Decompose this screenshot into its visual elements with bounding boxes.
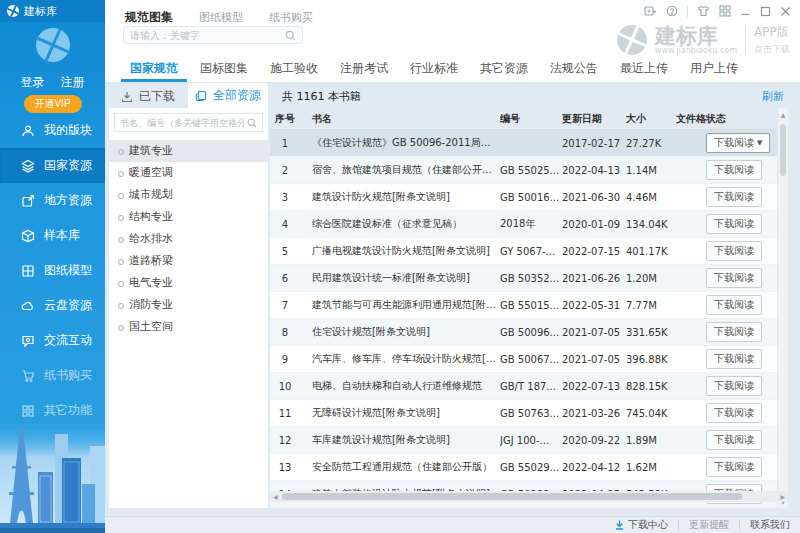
external-icon [21,194,35,208]
search-icon [285,30,296,41]
app-title: 建标库 [24,4,57,19]
update-reminder-link[interactable]: 更新提醒 [678,520,739,531]
download-read-button[interactable]: 下载阅读 [706,403,762,423]
tab-construction-acceptance[interactable]: 施工验收 [261,57,327,82]
contact-us-link[interactable]: 联系我们 [739,520,800,531]
cart-icon [21,369,35,383]
download-read-button[interactable]: 下载阅读▼ [706,133,770,153]
keyword-search-input[interactable] [130,30,281,41]
download-read-button[interactable]: 下载阅读 [706,457,762,477]
download-read-button[interactable]: 下载阅读 [706,430,762,450]
download-read-button[interactable]: 下载阅读 [706,349,762,369]
brand-watermark-logo-icon [617,25,647,55]
table-row[interactable]: 5广播电视建筑设计防火规范[附条文说明]GY 5067-...2022-07-1… [270,238,788,265]
tab-user-uploads[interactable]: 用户上传 [681,57,747,82]
category-roads-bridges[interactable]: 道路桥梁 [109,250,268,272]
tab-recent-uploads[interactable]: 最近上传 [611,57,677,82]
table-row[interactable]: 13安全防范工程通用规范（住建部公开版）GB 55029...2022-04-1… [270,454,788,481]
close-icon[interactable] [780,6,791,17]
sidebar-item-label: 样本库 [44,227,80,244]
table-row[interactable]: 8住宅设计规范[附条文说明]GB 50096...2021-07-05331.6… [270,319,788,346]
download-read-button[interactable]: 下载阅读 [706,160,762,180]
category-fire-protection[interactable]: 消防专业 [109,294,268,316]
status-bar: 下载中心 更新提醒 联系我们 [105,516,800,533]
keyword-search-box[interactable] [123,26,303,44]
horizontal-scroll-thumb[interactable] [282,493,742,500]
tab-regulations[interactable]: 法规公告 [541,57,607,82]
sidebar-item-paper-books[interactable]: 纸书购买 [0,358,105,393]
tab-drawing-models[interactable]: 图纸模型 [199,10,243,25]
table-row[interactable]: 2宿舍、旅馆建筑项目规范（住建部公开版）GB 55025...2022-04-1… [270,157,788,184]
category-search-box[interactable] [114,113,263,132]
download-tray-icon [121,91,133,103]
tab-registration-exam[interactable]: 注册考试 [331,57,397,82]
category-hvac[interactable]: 暖通空调 [109,162,268,184]
category-urban-planning[interactable]: 城市规划 [109,184,268,206]
download-read-button[interactable]: 下载阅读 [706,187,762,207]
download-read-button[interactable]: 下载阅读 [706,214,762,234]
sidebar-item-national-resources[interactable]: 国家资源 [0,148,105,183]
tab-spec-atlas[interactable]: 规范图集 [125,9,173,26]
sidebar-item-communication[interactable]: 交流互动 [0,323,105,358]
sidebar-item-sample-library[interactable]: 样本库 [0,218,105,253]
scroll-up-icon[interactable]: ▲ [778,111,788,118]
category-land-space[interactable]: 国土空间 [109,316,268,338]
table-row[interactable]: 11无障碍设计规范[附条文说明]GB 50763...2021-03-26745… [270,400,788,427]
app-download-link[interactable]: 点击下载 [754,43,790,56]
table-row[interactable]: 12车库建筑设计规范[附条文说明]JGJ 100-...2020-09-221.… [270,427,788,454]
all-resources-tab[interactable]: 全部资源 [188,83,268,108]
table-row[interactable]: 10电梯、自动扶梯和自动人行道维修规范GB/T 187...2022-07-13… [270,373,788,400]
category-electrical[interactable]: 电气专业 [109,272,268,294]
refresh-link[interactable]: 刷新 [762,89,784,104]
sidebar-item-cloud-resources[interactable]: 云盘资源 [0,288,105,323]
category-structure[interactable]: 结构专业 [109,206,268,228]
table-row[interactable]: 6民用建筑设计统一标准[附条文说明]GB 50352...2021-06-261… [270,265,788,292]
minimize-icon[interactable] [740,6,751,17]
tab-other-resources[interactable]: 其它资源 [471,57,537,82]
table-row[interactable]: 1《住宅设计规范》GB 50096-2011局部修订条文及说...2017-02… [270,130,788,157]
maximize-icon[interactable] [760,6,771,17]
skin-icon[interactable] [697,5,710,17]
sidebar-menu: 我的版块 国家资源 地方资源 样本库 图纸模型 云盘资源 交流互动 纸书购买 [0,113,105,428]
apps-grid-icon[interactable] [719,5,731,17]
horizontal-scrollbar[interactable]: ◀ ▶ [270,491,788,502]
register-link[interactable]: 注册 [61,74,85,91]
download-read-button[interactable]: 下载阅读 [706,295,762,315]
user-icon [21,124,35,138]
main-header: 规范图集 图纸模型 纸书购买 建标库 www.jianbiaoku.com AP… [105,0,800,83]
scroll-right-icon[interactable]: ▶ [780,493,785,500]
vertical-scroll-thumb[interactable] [780,124,786,176]
sidebar-item-local-resources[interactable]: 地方资源 [0,183,105,218]
category-search-input[interactable] [120,118,244,128]
vertical-scrollbar[interactable]: ▲ ▼ [777,108,788,508]
download-read-button[interactable]: 下载阅读 [706,322,762,342]
sidebar-item-other-functions[interactable]: 其它功能 [0,393,105,428]
tab-paper-books[interactable]: 纸书购买 [269,10,313,25]
help-icon[interactable] [666,5,678,17]
category-water-supply[interactable]: 给水排水 [109,228,268,250]
download-center-link[interactable]: 下载中心 [605,520,678,531]
scroll-left-icon[interactable]: ◀ [273,493,278,500]
download-read-button[interactable]: 下载阅读 [706,241,762,261]
download-read-button[interactable]: 下载阅读 [706,376,762,396]
col-no: 序号 [270,112,300,126]
book-count: 共 1161 本书籍 [282,89,361,104]
tab-industry-standards[interactable]: 行业标准 [401,57,467,82]
open-vip-button[interactable]: 开通VIP [23,95,81,113]
table-row[interactable]: 4综合医院建设标准（征求意见稿）2018年2020-01-09134.04K下载… [270,211,788,238]
sidebar-item-my-sections[interactable]: 我的版块 [0,113,105,148]
table-row[interactable]: 7建筑节能与可再生能源利用通用规范[附条文说明]GB 55015...2022-… [270,292,788,319]
download-arrow-icon [615,520,624,530]
sidebar-item-drawing-models[interactable]: 图纸模型 [0,253,105,288]
category-architecture[interactable]: 建筑专业 [109,140,268,162]
table-row[interactable]: 3建筑设计防火规范[附条文说明]GB 50016...2021-06-304.4… [270,184,788,211]
tab-national-atlas[interactable]: 国标图集 [191,57,257,82]
download-read-button[interactable]: 下载阅读 [706,268,762,288]
login-link[interactable]: 登录 [21,74,45,91]
tab-national-standards[interactable]: 国家规范 [121,57,187,82]
sidebar-bottom-strip [0,528,105,533]
new-window-icon[interactable] [644,6,657,17]
downloaded-tab[interactable]: 已下载 [121,88,175,105]
brand-name: 建标库 [655,26,737,46]
table-row[interactable]: 9汽车库、修车库、停车场设计防火规范[附条文说明]GB 50067...2021… [270,346,788,373]
